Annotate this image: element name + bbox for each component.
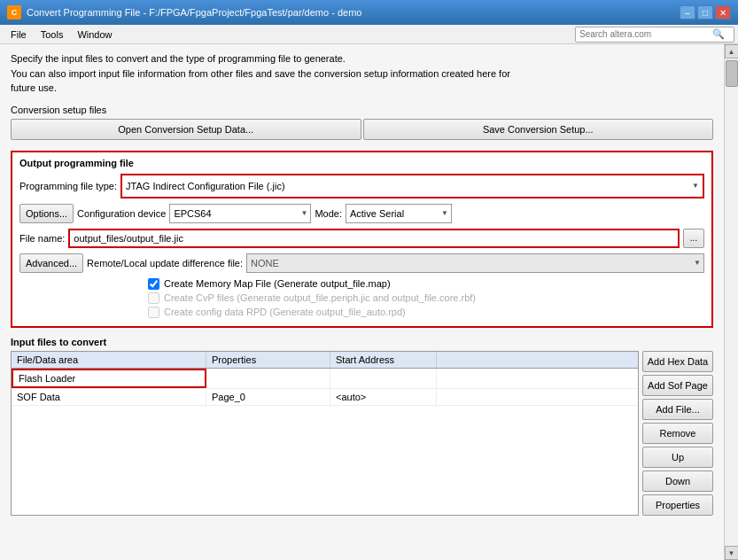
menu-window[interactable]: Window — [70, 27, 119, 42]
sof-data-cell: SOF Data — [12, 389, 206, 405]
conversion-setup-label: Conversion setup files — [11, 105, 713, 115]
memory-map-checkbox[interactable] — [148, 278, 159, 290]
input-section: Input files to convert File/Data area Pr… — [11, 337, 713, 516]
checkbox-row-1: Create Memory Map File (Generate output_… — [148, 278, 704, 290]
flash-loader-addr — [330, 369, 437, 388]
cvp-files-checkbox[interactable] — [148, 292, 159, 304]
add-sof-page-btn[interactable]: Add Sof Page — [642, 375, 713, 396]
device-select-wrapper[interactable]: EPCS64 — [169, 204, 311, 223]
output-section-label: Output programming file — [19, 158, 704, 168]
remove-btn[interactable]: Remove — [642, 423, 713, 444]
col-properties: Properties — [206, 352, 330, 368]
open-conversion-btn[interactable]: Open Conversion Setup Data... — [11, 119, 361, 140]
desc-line3: future use. — [11, 81, 713, 96]
prog-file-row: Programming file type: JTAG Indirect Con… — [19, 174, 704, 198]
browse-btn[interactable]: ... — [683, 229, 704, 248]
scrollbar[interactable]: ▲ ▼ — [724, 44, 738, 560]
col-extra — [437, 352, 638, 368]
scroll-down-arrow[interactable]: ▼ — [725, 546, 739, 560]
search-input[interactable] — [579, 29, 712, 39]
input-table: File/Data area Properties Start Address … — [11, 351, 639, 516]
flash-loader-cell: Flash Loader — [12, 369, 206, 388]
file-name-label: File name: — [19, 233, 65, 244]
sof-data-props: Page_0 — [206, 389, 330, 405]
desc-line2: You can also import input file informati… — [11, 66, 713, 82]
config-device-select[interactable]: EPCS64 — [169, 204, 311, 223]
cvp-files-label[interactable]: Create CvP files (Generate output_file.p… — [164, 292, 476, 303]
title-bar: C Convert Programming File - F:/FPGA/Fpg… — [0, 0, 738, 25]
file-name-box[interactable]: output_files/output_file.jic — [68, 229, 680, 248]
file-name-row: File name: output_files/output_file.jic … — [19, 229, 704, 248]
maximize-button[interactable]: □ — [697, 5, 713, 19]
close-button[interactable]: ✕ — [715, 5, 731, 19]
title-bar-left: C Convert Programming File - F:/FPGA/Fpg… — [7, 5, 361, 19]
mode-select-wrapper[interactable]: Active Serial — [346, 204, 452, 223]
description-text: Specify the input files to convert and t… — [11, 51, 713, 96]
advanced-remote-row: Advanced... Remote/Local update differen… — [19, 253, 704, 273]
col-file: File/Data area — [12, 352, 206, 368]
mode-label: Mode: — [315, 208, 342, 219]
table-row[interactable]: Flash Loader — [12, 369, 638, 389]
config-device-label: Configuration device — [77, 208, 166, 219]
checkbox-row-2: Create CvP files (Generate output_file.p… — [148, 292, 704, 304]
table-header: File/Data area Properties Start Address — [12, 352, 638, 369]
mode-select[interactable]: Active Serial — [346, 204, 452, 223]
sof-data-extra — [437, 389, 638, 405]
prog-type-select-wrapper[interactable]: JTAG Indirect Configuration File (.jic) — [120, 174, 704, 198]
prog-type-select[interactable]: JTAG Indirect Configuration File (.jic) — [122, 175, 703, 197]
prog-file-label: Programming file type: — [19, 181, 117, 191]
window-title: Convert Programming File - F:/FPGA/FpgaP… — [27, 7, 361, 18]
menu-items: File Tools Window — [4, 27, 120, 42]
col-start-address: Start Address — [330, 352, 437, 368]
title-controls[interactable]: – □ ✕ — [680, 5, 731, 19]
config-rpd-label[interactable]: Create config data RPD (Generate output_… — [164, 307, 406, 317]
menu-file[interactable]: File — [4, 27, 34, 42]
options-btn[interactable]: Options... — [19, 204, 74, 223]
save-conversion-btn[interactable]: Save Conversion Setup... — [363, 119, 714, 140]
table-row[interactable]: SOF Data Page_0 <auto> — [12, 389, 638, 406]
input-section-label: Input files to convert — [11, 337, 713, 347]
down-btn[interactable]: Down — [642, 471, 713, 492]
scroll-thumb[interactable] — [726, 60, 738, 87]
output-section: Output programming file Programming file… — [11, 151, 713, 328]
remote-label: Remote/Local update difference file: — [87, 258, 243, 268]
up-btn[interactable]: Up — [642, 447, 713, 468]
input-table-area: File/Data area Properties Start Address … — [11, 351, 713, 516]
remote-select-wrapper[interactable]: NONE — [246, 253, 704, 273]
flash-loader-extra — [437, 369, 638, 388]
main-content: Specify the input files to convert and t… — [0, 44, 738, 560]
add-file-btn[interactable]: Add File... — [642, 399, 713, 420]
file-name-value: output_files/output_file.jic — [74, 233, 183, 244]
desc-line1: Specify the input files to convert and t… — [11, 51, 713, 66]
checkbox-row-3: Create config data RPD (Generate output_… — [148, 307, 704, 318]
memory-map-label[interactable]: Create Memory Map File (Generate output_… — [164, 278, 391, 289]
side-buttons: Add Hex Data Add Sof Page Add File... Re… — [642, 351, 713, 516]
properties-btn[interactable]: Properties — [642, 494, 713, 516]
app-icon: C — [7, 5, 21, 19]
remote-select[interactable]: NONE — [246, 253, 704, 273]
minimize-button[interactable]: – — [680, 5, 695, 19]
config-rpd-checkbox[interactable] — [148, 307, 159, 318]
add-hex-data-btn[interactable]: Add Hex Data — [642, 351, 713, 372]
search-box[interactable]: 🔍 — [575, 27, 734, 43]
menu-tools[interactable]: Tools — [34, 27, 71, 42]
sof-data-addr: <auto> — [330, 389, 437, 405]
menu-bar: File Tools Window 🔍 — [0, 25, 738, 44]
config-device-row: Options... Configuration device EPCS64 M… — [19, 204, 704, 223]
search-icon: 🔍 — [712, 28, 725, 41]
conversion-buttons: Open Conversion Setup Data... Save Conve… — [11, 119, 713, 140]
content-area: Specify the input files to convert and t… — [0, 44, 724, 560]
advanced-btn[interactable]: Advanced... — [19, 253, 83, 273]
scroll-up-arrow[interactable]: ▲ — [725, 44, 739, 58]
flash-loader-props — [206, 369, 330, 388]
